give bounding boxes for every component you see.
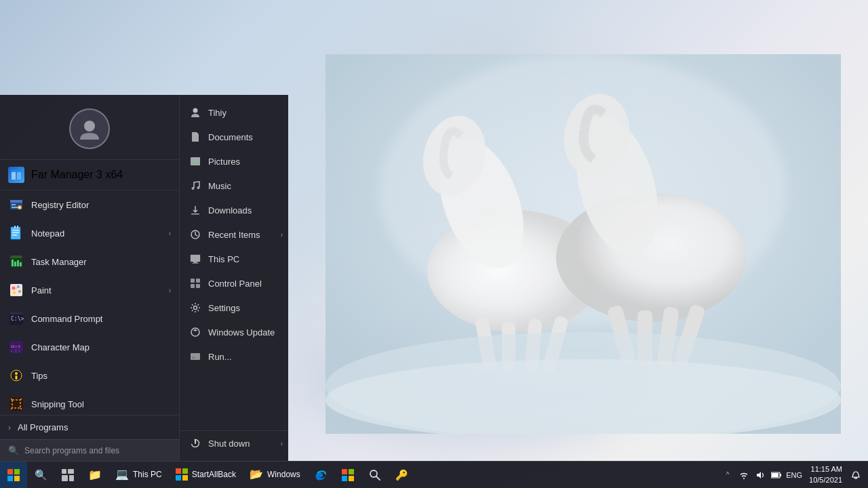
taskbar-windows-folder[interactable]: 📂 Windows [243,462,307,489]
tray-chevron[interactable]: ^ [721,468,734,482]
svg-point-84 [194,306,197,310]
all-programs-arrow: › [8,423,11,432]
svg-rect-34 [12,235,17,236]
settings-icon [189,302,201,314]
taskbar-explorer-button[interactable]: 📁 [81,462,108,489]
app-item-paint[interactable]: Paint › [0,276,179,304]
svg-rect-82 [191,284,195,288]
volume-icon [755,470,765,480]
taskbar-edge-button[interactable] [307,462,334,489]
command-prompt-label: Command Prompt [31,314,171,324]
app-item-command-prompt[interactable]: C:\>_ Command Prompt [0,304,179,333]
taskbar-taskview-button[interactable] [54,462,81,489]
right-item-music[interactable]: Music [180,174,288,198]
svg-rect-40 [14,262,16,266]
search-bar[interactable]: 🔍 [0,439,179,461]
paint-icon [8,282,24,298]
all-programs-item[interactable]: › All Programs [0,415,179,439]
svg-rect-76 [191,255,200,262]
tihiy-label: Tihiy [208,108,226,118]
svg-rect-61 [16,375,18,380]
svg-rect-22 [17,170,21,172]
language-label: ENG [786,471,802,479]
taskbar-clock[interactable]: 11:15 AM 10/5/2021 [805,464,846,485]
svg-rect-26 [12,207,18,208]
windows-folder-label: Windows [267,470,300,479]
recent-items-arrow: › [281,231,283,239]
pictures-label: Pictures [208,157,240,167]
svg-rect-110 [854,477,858,478]
notepad-label: Notepad [31,228,162,239]
documents-icon [189,131,201,143]
taskbar-left: 🔍 📁 💻 This PC [0,462,715,489]
start-button[interactable] [0,462,27,489]
svg-text:√: √ [18,349,20,352]
right-item-settings[interactable]: Settings [180,296,288,320]
task-manager-icon [8,253,24,270]
network-icon [739,470,749,480]
taskbar-store-button[interactable] [334,462,361,489]
right-item-windows-update[interactable]: Windows Update [180,320,288,344]
edge-icon [315,469,327,481]
search-input[interactable] [24,446,171,455]
right-item-recent-items[interactable]: Recent Items › [180,222,288,247]
paint-arrow: › [169,287,171,294]
svg-rect-35 [14,226,16,228]
svg-rect-91 [7,476,13,481]
taskbar-startallback[interactable]: StartAllBack [169,462,243,489]
app-item-snipping-tool[interactable]: Snipping Tool [0,390,179,415]
app-item-character-map[interactable]: Ω α β π ∑ √ Character Map [0,333,179,361]
clock-time: 11:15 AM [809,464,842,474]
svg-rect-90 [14,469,20,474]
documents-label: Documents [208,132,253,142]
recent-items-label: Recent Items [208,230,260,240]
notification-button[interactable] [849,468,863,482]
taskbar-this-pc[interactable]: 💻 This PC [108,462,169,489]
svg-rect-33 [12,232,19,234]
avatar[interactable] [69,108,110,149]
app-item-registry-editor[interactable]: Registry Editor [0,190,179,219]
svg-rect-94 [68,469,74,474]
shutdown-icon [189,437,201,449]
start-menu-right: Tihiy Documents [180,95,288,461]
tips-icon [8,367,24,384]
taskbar-credential-button[interactable]: 🔑 [389,462,416,489]
svg-point-73 [197,186,200,189]
svg-text:∑: ∑ [15,349,18,352]
store-icon [342,469,354,481]
user-profile[interactable] [0,95,179,160]
right-item-tihiy[interactable]: Tihiy [180,100,288,125]
tray-network-icon[interactable] [737,468,751,482]
recent-items-icon [189,228,201,241]
svg-rect-81 [196,279,200,283]
desktop: Far Manager 3 x64 [0,0,868,488]
svg-rect-89 [7,469,13,474]
right-item-documents[interactable]: Documents [180,125,288,149]
farmanager-icon [8,167,24,183]
right-item-this-pc[interactable]: This PC [180,247,288,271]
taskbar-search-icon: 🔍 [35,469,47,481]
music-label: Music [208,181,231,191]
tray-language[interactable]: ENG [786,471,802,479]
right-item-control-panel[interactable]: Control Panel [180,271,288,296]
app-item-notepad[interactable]: Notepad › [0,219,179,247]
right-item-run[interactable]: >_ Run... [180,344,288,369]
tips-label: Tips [31,371,171,381]
svg-point-72 [192,187,195,190]
right-item-downloads[interactable]: Downloads [180,198,288,222]
pinned-app-farmanager[interactable]: Far Manager 3 x64 [0,160,179,190]
registry-editor-icon [8,197,24,213]
shutdown-row[interactable]: Shut down › [180,430,288,455]
tray-volume-icon[interactable] [753,468,767,482]
taskbar-search-button[interactable]: 🔍 [27,462,54,489]
right-item-pictures[interactable]: Pictures [180,149,288,174]
settings-label: Settings [208,303,240,313]
search-icon: 🔍 [8,445,19,455]
svg-rect-95 [62,475,68,481]
taskbar-search2-button[interactable] [361,462,389,489]
app-item-task-manager[interactable]: Task Manager [0,247,179,276]
app-item-tips[interactable]: Tips [0,361,179,390]
pictures-icon [189,155,201,167]
tray-battery-icon[interactable] [770,468,783,482]
svg-text:>_: >_ [192,355,198,361]
